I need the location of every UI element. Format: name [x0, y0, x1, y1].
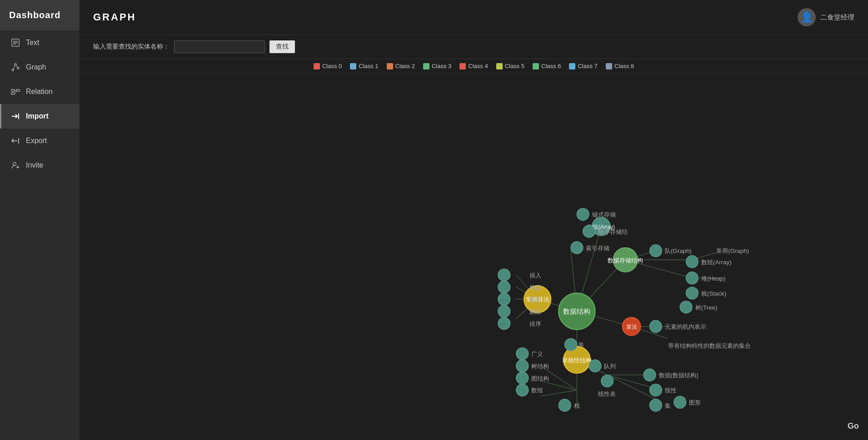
- svg-point-99: [516, 372, 529, 384]
- legend-item: Class 2: [387, 63, 415, 69]
- svg-text:线性: 线性: [665, 387, 677, 394]
- legend-dot: [569, 63, 575, 69]
- legend-dot: [459, 63, 466, 69]
- sidebar-item-label: Text: [26, 39, 39, 47]
- go-button[interactable]: Go: [848, 421, 859, 431]
- svg-text:更新: 更新: [529, 296, 541, 303]
- import-icon: [10, 111, 20, 121]
- svg-text:数据存储结构: 数据存储结构: [608, 257, 643, 264]
- legend-item: Class 4: [459, 63, 488, 69]
- legend-dot: [496, 63, 503, 69]
- svg-text:删除: 删除: [529, 308, 541, 315]
- svg-text:算法: 算法: [626, 324, 637, 330]
- svg-point-114: [674, 396, 686, 408]
- graph-area: 数据结构 常用算法 非线性结构 数据存储结构 数组(Array) 算法 插入 检…: [80, 74, 868, 440]
- svg-text:插入: 插入: [529, 272, 541, 279]
- legend-dot: [533, 63, 539, 69]
- svg-point-108: [644, 369, 656, 381]
- svg-text:数组(Array): 数组(Array): [701, 259, 732, 266]
- sidebar-item-invite[interactable]: Invite: [0, 153, 80, 178]
- sidebar: Dashboard Text Graph: [0, 0, 80, 440]
- svg-point-89: [680, 301, 692, 313]
- svg-text:带有结构特性的数据元素的集合: 带有结构特性的数据元素的集合: [668, 342, 751, 349]
- sidebar-item-label: Graph: [26, 63, 46, 71]
- sidebar-item-label: Export: [26, 137, 47, 145]
- legend-item: Class 7: [569, 63, 597, 69]
- svg-point-67: [498, 281, 510, 293]
- svg-rect-21: [80, 75, 868, 439]
- header: GRAPH 👤 二食堂经理: [80, 0, 868, 35]
- sidebar-item-label: Relation: [26, 88, 53, 96]
- svg-line-7: [13, 65, 15, 69]
- svg-text:非线性结构: 非线性结构: [562, 357, 592, 364]
- relation-icon: [10, 87, 20, 97]
- svg-text:树结构: 树结构: [531, 363, 549, 370]
- legend-item: Class 1: [350, 63, 378, 69]
- svg-text:检索: 检索: [529, 284, 541, 291]
- search-input[interactable]: [174, 40, 265, 53]
- legend-item: Class 6: [533, 63, 561, 69]
- sidebar-item-label: Import: [26, 112, 49, 120]
- svg-text:图结构: 图结构: [531, 375, 549, 382]
- legend-label: Class 6: [541, 63, 561, 69]
- svg-point-107: [601, 375, 614, 387]
- legend-label: Class 4: [468, 63, 488, 69]
- svg-text:栈(Stack): 栈(Stack): [701, 290, 726, 297]
- svg-point-5: [15, 64, 16, 65]
- main-content: GRAPH 👤 二食堂经理 输入需要查找的实体名称： 查找 Class 0 Cl…: [80, 0, 868, 440]
- legend-dot: [423, 63, 429, 69]
- username: 二食堂经理: [820, 13, 854, 22]
- legend-dot: [387, 63, 393, 69]
- sidebar-item-import[interactable]: Import: [0, 104, 80, 129]
- svg-text:元素的机内表示: 元素的机内表示: [665, 323, 706, 330]
- svg-point-97: [516, 360, 529, 372]
- svg-point-103: [559, 399, 571, 411]
- search-button[interactable]: 查找: [269, 40, 295, 53]
- sidebar-item-relation[interactable]: Relation: [0, 79, 80, 104]
- svg-line-13: [15, 91, 16, 94]
- svg-point-71: [498, 305, 510, 317]
- sidebar-item-text[interactable]: Text: [0, 30, 80, 55]
- legend-dot: [314, 63, 320, 69]
- svg-text:链式存储: 链式存储: [592, 211, 616, 218]
- svg-rect-9: [11, 89, 15, 91]
- svg-text:图形: 图形: [689, 399, 701, 406]
- sidebar-item-export[interactable]: Export: [0, 129, 80, 153]
- search-bar: 输入需要查找的实体名称： 查找: [80, 35, 868, 59]
- legend-label: Class 1: [359, 63, 378, 69]
- svg-text:广义: 广义: [531, 351, 543, 357]
- svg-text:顺序存储结: 顺序存储结: [598, 228, 628, 235]
- svg-point-75: [577, 208, 589, 221]
- graph-icon: [10, 62, 20, 72]
- svg-text:串: 串: [578, 341, 584, 348]
- svg-text:堆(Heap): 堆(Heap): [701, 275, 726, 282]
- graph-svg: 数据结构 常用算法 非线性结构 数据存储结构 数组(Array) 算法 插入 检…: [80, 74, 868, 440]
- svg-point-105: [589, 360, 601, 372]
- svg-text:数据(数据结构): 数据(数据结构): [659, 372, 698, 379]
- svg-text:索引存储: 索引存储: [586, 245, 609, 252]
- legend-label: Class 0: [322, 63, 342, 69]
- legend-label: Class 7: [578, 63, 597, 69]
- svg-point-101: [516, 384, 529, 396]
- svg-text:常用(Graph): 常用(Graph): [716, 247, 749, 254]
- svg-text:集: 集: [665, 402, 671, 409]
- svg-text:队(Graph): 队(Graph): [665, 247, 692, 254]
- legend-label: Class 5: [505, 63, 524, 69]
- legend-item: Class 5: [496, 63, 524, 69]
- svg-text:数组: 数组: [531, 387, 543, 394]
- legend: Class 0 Class 1 Class 2 Class 3 Class 4 …: [80, 59, 868, 74]
- svg-point-65: [498, 269, 510, 281]
- legend-label: Class 3: [432, 63, 451, 69]
- legend-dot: [350, 63, 356, 69]
- svg-text:栈: 栈: [574, 402, 580, 409]
- svg-point-112: [650, 399, 662, 411]
- svg-point-87: [686, 287, 698, 299]
- svg-point-77: [583, 225, 595, 237]
- svg-point-4: [12, 69, 14, 71]
- svg-line-8: [16, 65, 17, 67]
- sidebar-item-label: Invite: [26, 161, 43, 169]
- legend-item: Class 8: [606, 63, 634, 69]
- page-title: GRAPH: [93, 11, 136, 23]
- sidebar-item-graph[interactable]: Graph: [0, 55, 80, 79]
- legend-item: Class 3: [423, 63, 451, 69]
